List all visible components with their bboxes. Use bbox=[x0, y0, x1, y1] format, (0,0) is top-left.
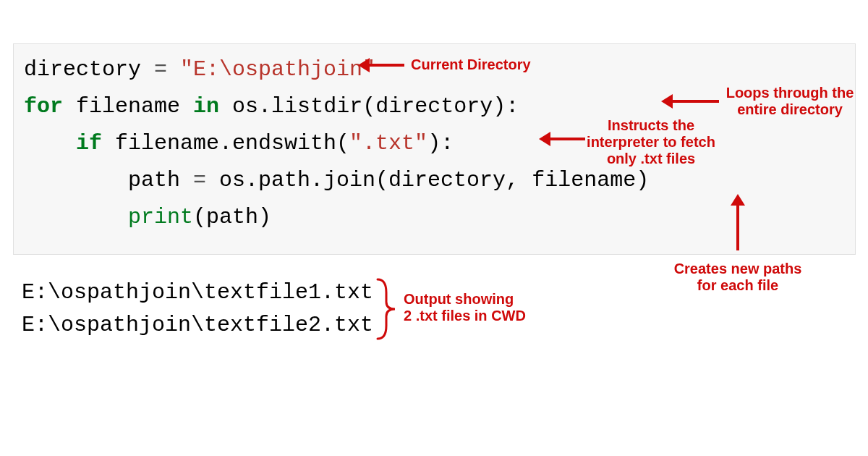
token-expr: filename.endswith( bbox=[115, 131, 349, 156]
code-line-5: print(path) bbox=[24, 205, 271, 229]
annotation-output: Output showing 2 .txt files in CWD bbox=[404, 291, 548, 324]
code-line-3: if filename.endswith(".txt"): bbox=[24, 131, 454, 156]
token-string: ".txt" bbox=[349, 131, 427, 156]
output-line-2: E:\ospathjoin\textfile2.txt bbox=[22, 313, 373, 337]
token-op: = bbox=[141, 57, 180, 82]
annotation-loops: Loops through the entire directory bbox=[718, 85, 862, 118]
annotation-creates: Creates new paths for each file bbox=[651, 261, 825, 294]
code-line-1: directory = "E:\ospathjoin" bbox=[24, 57, 375, 82]
token-call: os.listdir(directory): bbox=[232, 94, 519, 119]
token-keyword: if bbox=[76, 131, 102, 156]
token-call: os.path.join(directory, filename) bbox=[219, 168, 649, 193]
code-block: directory = "E:\ospathjoin" for filename… bbox=[13, 43, 856, 255]
output-line-1: E:\ospathjoin\textfile1.txt bbox=[22, 280, 373, 305]
annotation-instructs: Instructs the interpreter to fetch only … bbox=[579, 117, 723, 167]
token-var: directory bbox=[24, 57, 141, 82]
token-var: filename bbox=[76, 94, 180, 119]
token-keyword: in bbox=[193, 94, 219, 119]
brace-icon bbox=[376, 276, 398, 342]
token-fn: print bbox=[128, 205, 193, 229]
token-string: "E:\ospathjoin" bbox=[180, 57, 375, 82]
token-var: path bbox=[128, 168, 180, 193]
annotation-current-directory: Current Directory bbox=[411, 56, 531, 73]
code-line-2: for filename in os.listdir(directory): bbox=[24, 94, 519, 119]
code-line-4: path = os.path.join(directory, filename) bbox=[24, 168, 649, 193]
token-op: = bbox=[180, 168, 219, 193]
output-block: E:\ospathjoin\textfile1.txt E:\ospathjoi… bbox=[22, 276, 373, 342]
token-keyword: for bbox=[24, 94, 63, 119]
